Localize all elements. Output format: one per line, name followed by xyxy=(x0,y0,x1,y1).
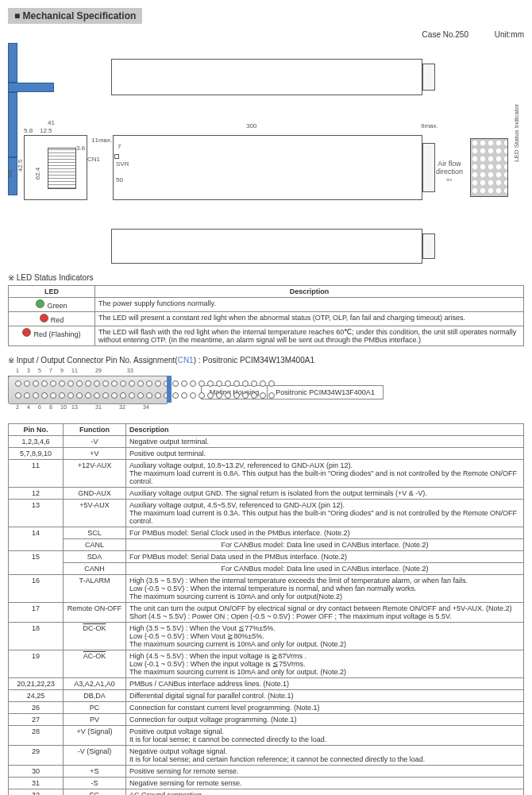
pin-num-bot: 31 xyxy=(95,404,102,410)
pin-cell-desc: Connection for output voltage programmin… xyxy=(126,714,524,726)
pin-cell-func: SCL xyxy=(64,527,126,539)
led-cell-name: Red (Flashing) xyxy=(9,326,95,346)
dim-11max: 11max. xyxy=(91,137,112,144)
pin-hole xyxy=(59,380,65,387)
pin-cell-func: +S xyxy=(64,766,126,778)
airflow-text: Air flow direction xyxy=(436,160,463,176)
pin-num-bot: 6 xyxy=(38,404,41,410)
dim-50: 50 xyxy=(116,176,123,183)
pin-cell-func: -S xyxy=(64,778,126,789)
led-header-desc: Description xyxy=(95,286,524,298)
pin-num-bot: 10 xyxy=(60,404,67,410)
pin-cell-desc: Auxiliary voltage output, 4.5~5.5V, refe… xyxy=(126,500,524,527)
pin-hole xyxy=(225,380,231,387)
pin-cell-desc: Auxiliary voltage output, 10.8~13.2V, re… xyxy=(126,460,524,488)
pin-cell-desc: High (4.5 ~ 5.5V) : When the input volta… xyxy=(126,650,524,678)
pin-cell-no: 11 xyxy=(9,460,64,488)
pin-hole xyxy=(33,392,39,399)
pin-cell-func: +V xyxy=(64,448,126,460)
pin-num-top: 7 xyxy=(49,368,52,373)
pin-cell-desc: For CANBus model: Data line used in CANB… xyxy=(126,539,524,551)
pin-header-func: Function xyxy=(64,424,126,436)
pin-hole xyxy=(94,380,100,387)
dim-125: 12.5 xyxy=(40,127,52,134)
dim-7: 7 xyxy=(118,143,121,150)
pin-num-top: 11 xyxy=(71,368,78,373)
mechanical-drawing: 41 5.8 12.5 3.6 42.5 62.4 85 300 9max. 1… xyxy=(8,43,524,265)
pin-cell-no: 27 xyxy=(9,714,64,726)
pin-hole xyxy=(59,392,65,399)
pin-cell-func: T-ALARM xyxy=(64,575,126,603)
pin-cell-func: AC-OK xyxy=(64,650,126,678)
led-cell-name: Green xyxy=(9,298,95,312)
drawing-top-main xyxy=(111,59,422,95)
pin-cell-no: 13 xyxy=(9,500,64,527)
pin-cell-desc: High (3.5 ~ 5.5V) : When the internal te… xyxy=(126,575,524,603)
drawing-main-blue xyxy=(8,92,17,157)
pin-num-top: 1 xyxy=(16,368,19,373)
pin-cell-no: 20,21,22,23 xyxy=(9,678,64,690)
led-dot-icon xyxy=(40,314,48,322)
pin-hole xyxy=(41,380,48,387)
pin-cell-desc: Positive output voltage signal. It is fo… xyxy=(126,726,524,746)
pin-hole xyxy=(155,380,161,387)
mating-value: Positronic PCIM34W13F400A1 xyxy=(268,386,384,399)
led-table: LED Description GreenThe power supply fu… xyxy=(8,285,524,346)
pin-hole xyxy=(94,392,100,399)
pin-cell-desc: Negative output terminal. xyxy=(126,436,524,448)
pin-table: Pin No. Function Description 1,2,3,4,6-V… xyxy=(8,423,524,795)
pin-cell-desc: Negative output voltage signal. It is fo… xyxy=(126,746,524,766)
drawing-top-blue xyxy=(8,43,17,83)
pin-hole xyxy=(129,380,135,387)
pin-cell-desc: For CANBus model: Data line used in CANB… xyxy=(126,563,524,575)
pin-hole xyxy=(268,380,275,387)
pin-cell-no: 19 xyxy=(9,650,64,678)
pin-cell-no: 17 xyxy=(9,603,64,623)
drawing-bottom-end xyxy=(422,233,435,259)
pin-hole xyxy=(260,380,266,387)
pin-cell-desc: The unit can turn the output ON/OFF by e… xyxy=(126,603,524,623)
pin-num-top: 5 xyxy=(38,368,41,373)
pin-cell-desc: High (3.5 ~ 5.5V) : When the Vout ≦77%±5… xyxy=(126,623,524,650)
pin-cell-desc: Positive sensing for remote sense. xyxy=(126,766,524,778)
pin-hole xyxy=(24,380,30,387)
led-header-led: LED xyxy=(9,286,95,298)
pin-hole xyxy=(85,380,91,387)
connector-diagram: 13579112933 24681013313234 xyxy=(8,369,175,409)
pin-cell-no: 29 xyxy=(9,746,64,766)
dim-41: 41 xyxy=(48,119,55,126)
pin-num-top: 3 xyxy=(27,368,30,373)
pin-cell-func: DB,DA xyxy=(64,690,126,702)
pin-cell-func: GND-AUX xyxy=(64,488,126,500)
pin-hole xyxy=(15,392,21,399)
pin-num-bot: 32 xyxy=(119,404,125,410)
drawing-top-end xyxy=(422,64,435,91)
pin-header-desc: Description xyxy=(126,424,524,436)
pin-hole xyxy=(33,380,39,387)
pin-cell-func: -V (Signal) xyxy=(64,746,126,766)
drawing-side-blue xyxy=(8,83,54,92)
pin-hole xyxy=(15,380,21,387)
pin-hole xyxy=(120,380,126,387)
pin-cell-func: Remote ON-OFF xyxy=(64,603,126,623)
pin-cell-func: CANL xyxy=(64,539,126,551)
pin-hole xyxy=(67,380,74,387)
pin-cell-desc: Auxiliary voltage output GND. The signal… xyxy=(126,488,524,500)
pin-hole xyxy=(190,380,196,387)
pin-num-bot: 8 xyxy=(49,404,52,410)
pin-cell-func: +12V-AUX xyxy=(64,460,126,488)
pin-cell-func: CANH xyxy=(64,563,126,575)
pin-cell-no: 18 xyxy=(9,623,64,650)
pin-hole xyxy=(172,380,179,387)
pin-cell-desc: PMBus / CANBus interface address lines. … xyxy=(126,678,524,690)
pin-cell-no: 16 xyxy=(9,575,64,603)
led-cell-name: Red xyxy=(9,312,95,326)
pin-num-top: 9 xyxy=(60,368,64,373)
pin-hole xyxy=(207,380,214,387)
led-status-indicator-label: LED Status Indicator xyxy=(513,104,520,162)
pin-header-pin: Pin No. xyxy=(9,424,64,436)
pin-hole xyxy=(146,380,152,387)
section-title: Mechanical Specification xyxy=(8,8,142,24)
pin-hole xyxy=(137,380,144,387)
case-no: Case No.250 xyxy=(422,30,468,39)
